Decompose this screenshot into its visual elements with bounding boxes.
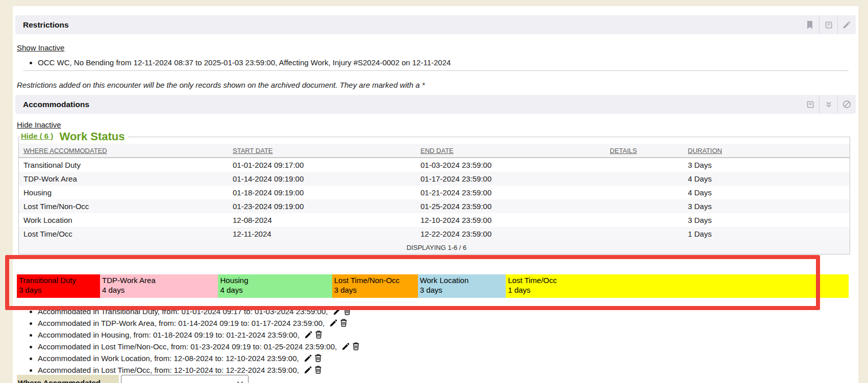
cell-details [610,213,688,227]
column-header: WHERE ACCOMMODATED [19,144,233,158]
table-body: Transitional Duty 01-01-2024 09:17:00 01… [19,158,850,241]
cell-start-date: 01-23-2024 09:19:00 [233,199,420,213]
timeline-segment-days: 3 days [420,285,505,295]
cell-start-date: 12-08-2024 [233,213,420,227]
restrictions-header-icons [801,15,856,34]
restrictions-divider [23,70,849,71]
book-icon[interactable] [819,15,837,34]
add-accommodation-form: Where Accommodated [17,375,249,383]
displaying-count: DISPLAYING 1-6 / 6 [19,241,850,254]
column-header: DETAILS [610,144,688,158]
cell-end-date: 01-03-2024 23:59:00 [420,158,610,172]
timeline-segment-days: 3 days [334,285,417,295]
column-sort-link[interactable]: DURATION [688,147,722,155]
column-sort-link[interactable]: START DATE [233,147,273,155]
book-icon[interactable] [801,95,819,114]
collapse-icon[interactable] [819,95,837,114]
cell-start-date: 01-01-2024 09:17:00 [233,158,420,172]
restriction-list: OCC WC, No Bending from 12-11-2024 08:37… [17,58,833,67]
cell-where-accommodated: TDP-Work Area [19,172,233,186]
delete-trash-icon[interactable] [343,307,351,318]
displaying-row: DISPLAYING 1-6 / 6 [19,241,850,254]
work-status-fieldset: Hide ( 6 ) Work Status WHERE ACCOMMODATE… [18,130,850,254]
table-row: Transitional Duty 01-01-2024 09:17:00 01… [19,158,850,172]
pencil-icon[interactable] [837,15,856,34]
column-sort-link[interactable]: DETAILS [610,147,637,155]
cell-details [610,199,688,213]
cell-where-accommodated: Lost Time/Non-Occ [19,199,233,213]
table-row: Lost Time/Occ 12-11-2024 12-22-2024 23:5… [19,227,850,241]
work-status-title: Work Status [60,130,125,143]
column-sort-link[interactable]: WHERE ACCOMMODATED [23,147,107,155]
accommodation-entry: Accommodated in Work Location, from: 12-… [38,353,833,365]
column-header: START DATE [233,144,420,158]
table-row: TDP-Work Area 01-14-2024 09:19:00 01-17-… [19,172,850,186]
restrictions-title: Restrictions [15,20,69,30]
cell-start-date: 01-14-2024 09:19:00 [233,172,420,186]
table-header-row: WHERE ACCOMMODATEDSTART DATEEND DATEDETA… [19,144,850,158]
timeline-segment-label: Housing [220,275,331,285]
accommodation-entry: Accommodated in TDP-Work Area, from: 01-… [38,318,833,329]
delete-trash-icon[interactable] [315,330,323,341]
where-accommodated-select[interactable] [121,375,249,383]
column-header: DURATION [688,144,850,158]
cell-end-date: 01-17-2024 23:59:00 [420,172,610,186]
timeline-segment[interactable]: Lost Time/Non-Occ 3 days [332,274,418,298]
timeline-segment[interactable]: TDP-Work Area 4 days [100,274,218,298]
timeline-segment-days: 4 days [102,285,217,295]
restrictions-header-bar: Restrictions [15,15,856,34]
timeline-segment-label: Lost Time/Occ [508,275,848,285]
delete-trash-icon[interactable] [314,353,322,365]
edit-pencil-icon[interactable] [330,319,338,329]
timeline-segment[interactable]: Lost Time/Occ 1 days [506,274,849,298]
cell-where-accommodated: Work Location [19,213,233,227]
cell-duration: 3 Days [688,199,850,213]
cell-start-date: 12-11-2024 [233,227,420,241]
delete-trash-icon[interactable] [314,365,322,376]
column-header: END DATE [420,144,610,158]
cell-where-accommodated: Transitional Duty [19,158,233,172]
accommodation-entry-text: Accommodated in Lost Time/Non-Occ, from:… [38,342,339,351]
cell-details [610,158,688,172]
hide-inactive-link[interactable]: Hide Inactive [17,120,61,129]
cell-duration: 3 Days [688,158,850,172]
restrictions-note: Restrictions added on this encounter wil… [17,81,425,89]
timeline-segment-label: Work Location [420,275,505,285]
where-accommodated-label: Where Accommodated [17,375,119,383]
edit-pencil-icon[interactable] [304,354,312,365]
cell-duration: 1 Days [688,227,850,241]
timeline-segment[interactable]: Housing 4 days [218,274,332,298]
cell-details [610,172,688,186]
content-panel: Restrictions Show Inactive OCC WC, No Be… [13,6,858,383]
edit-pencil-icon[interactable] [333,307,341,318]
accommodation-entry: Accommodated in Transitional Duty, from:… [38,306,833,318]
edit-pencil-icon[interactable] [305,330,313,341]
timeline-segment-label: Lost Time/Non-Occ [334,275,417,285]
chevron-down-icon [237,378,243,383]
work-status-table: WHERE ACCOMMODATEDSTART DATEEND DATEDETA… [19,144,850,254]
timeline-segment[interactable]: Transitional Duty 3 days [17,274,100,298]
work-status-legend: Hide ( 6 ) Work Status [20,130,128,144]
bookmark-icon[interactable] [801,15,819,34]
timeline-segment-days: 3 days [19,285,99,295]
accommodation-entry: Accommodated in Lost Time/Non-Occ, from:… [38,341,833,353]
accommodation-list: Accommodated in Transitional Duty, from:… [17,306,833,376]
accommodation-timeline: Transitional Duty 3 days TDP-Work Area 4… [17,274,849,298]
column-sort-link[interactable]: END DATE [420,147,454,155]
accommodation-entry-text: Accommodated in Lost Time/Occ, from: 12-… [38,366,301,374]
cell-where-accommodated: Lost Time/Occ [19,227,233,241]
hide-count-link[interactable]: Hide ( 6 ) [21,132,53,140]
edit-pencil-icon[interactable] [342,342,350,353]
disable-icon[interactable] [837,95,856,114]
edit-pencil-icon[interactable] [304,366,312,376]
timeline-segment[interactable]: Work Location 3 days [418,274,506,298]
delete-trash-icon[interactable] [352,342,360,353]
accommodation-entry-text: Accommodated in Work Location, from: 12-… [38,354,301,363]
table-row: Work Location 12-08-2024 12-10-2024 23:5… [19,213,850,227]
show-inactive-link[interactable]: Show Inactive [17,43,64,52]
delete-trash-icon[interactable] [340,318,348,329]
accommodations-title: Accommodations [15,100,89,109]
table-row: Housing 01-18-2024 09:19:00 01-21-2024 2… [19,186,850,199]
timeline-segment-label: Transitional Duty [19,275,99,285]
accommodation-entry-text: Accommodated in Transitional Duty, from:… [38,307,330,316]
